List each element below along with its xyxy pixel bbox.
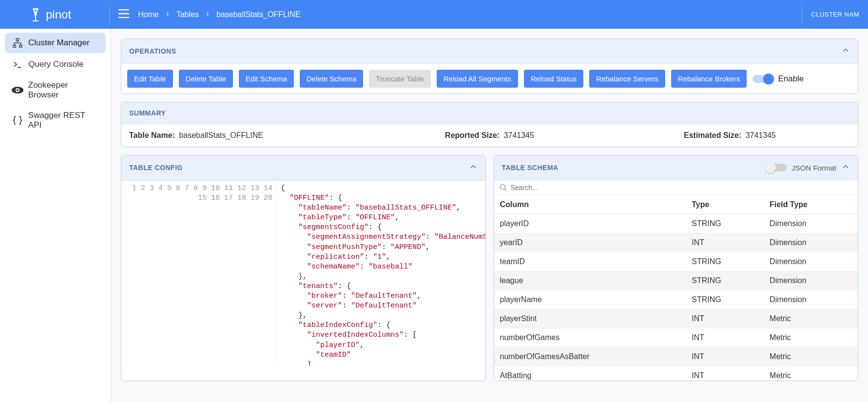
schema-search-input[interactable]	[511, 184, 853, 191]
schema-row[interactable]: playerNameSTRINGDimension	[494, 290, 858, 309]
summary-panel: SUMMARY Table Name: baseballStats_OFFLIN…	[121, 102, 858, 147]
enable-label: Enable	[778, 74, 804, 84]
schema-row[interactable]: numberOfGamesINTMetric	[494, 328, 858, 347]
breadcrumb-item[interactable]: Home	[138, 10, 159, 19]
rebalance-brokers-button[interactable]: Rebalance Brokers	[671, 70, 747, 88]
schema-header-column[interactable]: Column	[494, 195, 686, 214]
breadcrumb: HomeTablesbaseballStats_OFFLINE	[138, 10, 300, 19]
chevron-up-icon	[841, 46, 850, 55]
schema-cell-fieldType: Dimension	[764, 233, 858, 252]
schema-cell-type: INT	[686, 309, 764, 328]
schema-cell-type: STRING	[686, 252, 764, 271]
table-config-title: TABLE CONFIG	[129, 164, 183, 172]
summary-estimated-label: Estimated Size:	[684, 131, 741, 139]
json-format-switch[interactable]	[766, 164, 787, 172]
chevron-up-icon	[469, 162, 478, 171]
table-schema-title: TABLE SCHEMA	[502, 164, 559, 172]
chevron-right-icon	[205, 10, 211, 19]
menu-toggle-button[interactable]	[118, 9, 129, 20]
main-content: OPERATIONS Edit TableDelete TableEdit Sc…	[111, 29, 868, 402]
menu-icon	[118, 9, 129, 18]
schema-cell-column: numberOfGamesAsBatter	[494, 347, 686, 366]
delete-schema-button[interactable]: Delete Schema	[300, 70, 364, 88]
schema-cell-column: playerName	[494, 290, 686, 309]
schema-cell-column: numberOfGames	[494, 328, 686, 347]
braces-icon	[11, 115, 24, 126]
schema-row[interactable]: AtBattingINTMetric	[494, 366, 858, 381]
schema-cell-column: yearID	[494, 233, 686, 252]
schema-cell-column: playerID	[494, 214, 686, 233]
schema-cell-fieldType: Metric	[764, 328, 858, 347]
edit-table-button[interactable]: Edit Table	[127, 70, 173, 88]
pinot-logo-icon	[29, 7, 42, 22]
summary-row: Table Name: baseballStats_OFFLINE Report…	[121, 124, 858, 147]
summary-estimated-value: 3741345	[746, 131, 776, 139]
schema-cell-type: STRING	[686, 271, 764, 290]
reload-all-segments-button[interactable]: Reload All Segments	[437, 70, 518, 88]
schema-row[interactable]: teamIDSTRINGDimension	[494, 252, 858, 271]
divider	[109, 5, 110, 24]
schema-cell-type: INT	[686, 347, 764, 366]
schema-row[interactable]: yearIDINTDimension	[494, 233, 858, 252]
sidebar-item-label: Swagger REST API	[28, 111, 100, 130]
json-format-label: JSON Format	[791, 164, 836, 172]
schema-cell-column: playerStint	[494, 309, 686, 328]
breadcrumb-item: baseballStats_OFFLINE	[216, 10, 301, 19]
table-config-code[interactable]: 1 2 3 4 5 6 7 8 9 10 11 12 13 14 15 16 1…	[121, 180, 485, 365]
chevron-right-icon	[165, 10, 171, 19]
schema-cell-type: INT	[686, 328, 764, 347]
prompt-icon	[11, 59, 24, 70]
cluster-name-chip[interactable]: CLUSTER NAM	[802, 5, 868, 24]
summary-reported-label: Reported Size:	[445, 131, 500, 139]
sidebar-item-query-console[interactable]: Query Console	[5, 54, 106, 75]
schema-row[interactable]: playerIDSTRINGDimension	[494, 214, 858, 233]
sidebar-item-zookeeper-browser[interactable]: Zookeeper Browser	[5, 76, 106, 105]
operations-buttons: Edit TableDelete TableEdit SchemaDelete …	[127, 70, 852, 88]
chevron-up-icon	[841, 162, 850, 171]
collapse-table-config-button[interactable]	[469, 162, 478, 173]
sidebar-item-cluster-manager[interactable]: Cluster Manager	[5, 33, 106, 53]
summary-reported-value: 3741345	[504, 131, 534, 139]
operations-panel: OPERATIONS Edit TableDelete TableEdit Sc…	[121, 38, 858, 94]
breadcrumb-item[interactable]: Tables	[176, 10, 199, 19]
schema-header-row: ColumnTypeField Type	[494, 195, 858, 214]
schema-cell-column: league	[494, 271, 686, 290]
summary-reported-size: Reported Size: 3741345	[369, 131, 610, 140]
table-schema-panel: TABLE SCHEMA JSON Format	[494, 155, 859, 381]
svg-rect-2	[13, 45, 16, 48]
schema-header-type[interactable]: Type	[686, 195, 764, 214]
truncate-table-button: Truncate Table	[369, 70, 430, 88]
schema-cell-type: STRING	[686, 290, 764, 309]
delete-table-button[interactable]: Delete Table	[179, 70, 233, 88]
schema-cell-fieldType: Metric	[764, 347, 858, 366]
svg-point-7	[500, 184, 505, 190]
summary-table-name-value: baseballStats_OFFLINE	[179, 131, 263, 139]
schema-cell-fieldType: Metric	[764, 366, 858, 381]
svg-rect-1	[16, 38, 19, 41]
collapse-operations-button[interactable]	[841, 46, 850, 57]
schema-search[interactable]	[494, 180, 858, 195]
operations-title: OPERATIONS	[129, 47, 176, 55]
schema-row[interactable]: leagueSTRINGDimension	[494, 271, 858, 290]
rebalance-servers-button[interactable]: Rebalance Servers	[589, 70, 665, 88]
schema-cell-column: teamID	[494, 252, 686, 271]
sidebar-item-swagger-rest-api[interactable]: Swagger REST API	[5, 106, 106, 135]
reload-status-button[interactable]: Reload Status	[524, 70, 583, 88]
svg-point-6	[17, 89, 19, 91]
schema-row[interactable]: numberOfGamesAsBatterINTMetric	[494, 347, 858, 366]
enable-switch[interactable]	[752, 75, 773, 83]
edit-schema-button[interactable]: Edit Schema	[239, 70, 294, 88]
schema-header-field-type[interactable]: Field Type	[764, 195, 858, 214]
eye-icon	[11, 86, 24, 94]
logo[interactable]: pinot	[0, 7, 104, 22]
brand-name: pinot	[46, 8, 71, 21]
search-icon	[499, 183, 508, 192]
summary-estimated-size: Estimated Size: 3741345	[610, 131, 850, 140]
svg-rect-3	[19, 45, 22, 48]
hierarchy-icon	[11, 38, 24, 48]
table-config-panel: TABLE CONFIG 1 2 3 4 5 6 7 8 9 10 11 12 …	[121, 155, 486, 381]
json-format-toggle[interactable]: JSON Format	[766, 164, 836, 172]
enable-toggle[interactable]: Enable	[752, 74, 804, 84]
schema-row[interactable]: playerStintINTMetric	[494, 309, 858, 328]
collapse-table-schema-button[interactable]	[841, 162, 850, 173]
